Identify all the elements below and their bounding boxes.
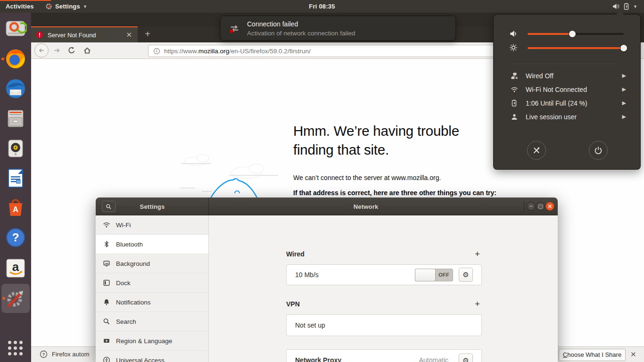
system-settings-button[interactable] (527, 141, 546, 160)
settings-window: Settings Network − ▢ ✕ Wi-Fi Bluetooth B… (96, 197, 558, 362)
menu-item-wired[interactable]: Wired Off ▶ (494, 69, 641, 82)
dock-item-files[interactable] (4, 107, 27, 130)
dock-item-thunderbird[interactable] (4, 77, 27, 100)
system-menu: Wired Off ▶ Wi-Fi Not Connected ▶ 1:06 U… (493, 14, 641, 170)
dock-item-settings-active[interactable] (1, 284, 30, 313)
submenu-arrow-icon: ▶ (622, 114, 626, 120)
settings-page-title: Network (209, 197, 523, 215)
menu-item-wifi[interactable]: Wi-Fi Not Connected ▶ (494, 82, 641, 96)
dock-item-rhythmbox[interactable] (4, 137, 27, 160)
activities-button[interactable]: Activities (6, 0, 34, 13)
dock-item-settings[interactable] (4, 287, 27, 310)
dock-item-libreoffice-writer[interactable] (4, 167, 27, 189)
brightness-icon (509, 43, 518, 52)
settings-sidebar: Wi-Fi Bluetooth Background Dock Notifica… (96, 215, 209, 362)
svg-text:a: a (12, 260, 19, 274)
sidebar-item-universal-access[interactable]: Universal Access (96, 351, 209, 362)
maximize-button[interactable]: ▢ (536, 202, 545, 211)
titlebar-separator (524, 201, 524, 212)
home-button[interactable] (83, 46, 91, 55)
top-bar: Activities Settings ▼ Fri 08:35 ▼ (0, 0, 644, 13)
submenu-arrow-icon: ▶ (622, 86, 626, 92)
tab-close-icon[interactable]: ✕ (126, 31, 132, 39)
power-button[interactable] (589, 141, 608, 160)
volume-slider[interactable] (528, 33, 624, 35)
settings-app-title: Settings (96, 197, 209, 215)
home-icon (83, 46, 91, 55)
battery-charging-icon (623, 3, 630, 10)
wired-speed: 10 Mb/s (295, 271, 319, 279)
gear-icon: ⚙ (462, 271, 469, 279)
sidebar-item-search[interactable]: Search (96, 312, 209, 331)
wired-settings-button[interactable]: ⚙ (459, 268, 473, 282)
help-icon[interactable]: ? (40, 350, 48, 358)
toggle-handle[interactable] (415, 269, 436, 281)
firefox-icon (4, 48, 27, 70)
brightness-slider[interactable] (528, 47, 624, 49)
menu-item-user[interactable]: Live session user ▶ (494, 110, 641, 123)
choose-what-i-share-button[interactable]: Choose What I Share (559, 349, 626, 361)
notification-bar-close-icon[interactable]: ✕ (630, 350, 636, 359)
tab-server-not-found[interactable]: Server Not Found ✕ (31, 26, 138, 42)
help-icon: ? (4, 226, 27, 249)
dock-item-amazon[interactable]: a (4, 257, 27, 280)
region-language-icon (103, 337, 110, 345)
sidebar-item-background[interactable]: Background (96, 254, 209, 273)
wired-off-icon (511, 72, 518, 80)
bluetooth-icon (103, 240, 110, 248)
minimize-button[interactable]: − (527, 202, 536, 211)
settings-icon (4, 287, 27, 310)
proxy-settings-button[interactable]: ⚙ (459, 354, 473, 362)
libreoffice-writer-icon (4, 167, 27, 189)
sidebar-item-dock[interactable]: Dock (96, 273, 209, 293)
volume-fill (528, 33, 572, 35)
wifi-icon (103, 221, 110, 229)
add-vpn-button[interactable]: + (475, 299, 480, 309)
show-applications-button[interactable] (7, 340, 24, 357)
url-domain: mozilla.org (198, 48, 229, 55)
menu-divider (514, 64, 619, 64)
clock[interactable]: Fri 08:35 (0, 0, 644, 13)
forward-button[interactable] (53, 46, 61, 55)
sidebar-item-wifi[interactable]: Wi-Fi (96, 215, 209, 235)
close-button[interactable]: ✕ (545, 202, 554, 211)
volume-handle[interactable] (569, 30, 576, 38)
network-panel: Wired + 10 Mb/s OFF ⚙ VPN + Not set up N… (209, 215, 558, 362)
dock-item-firefox[interactable] (4, 48, 27, 70)
notification-title: Connection failed (247, 20, 298, 28)
network-proxy-card[interactable]: Network Proxy Automatic ⚙ (286, 349, 482, 362)
settings-titlebar[interactable]: Settings Network − ▢ ✕ (96, 197, 558, 215)
system-indicators[interactable]: ▼ (612, 0, 637, 13)
add-wired-button[interactable]: + (475, 249, 480, 259)
site-info-icon[interactable] (153, 48, 160, 55)
error-heading: Hmm. We’re having trouble finding that s… (293, 122, 501, 159)
sidebar-item-region-language[interactable]: Region & Language (96, 331, 209, 351)
settings-app-icon (45, 3, 52, 10)
tab-title: Server Not Found (48, 32, 96, 39)
submenu-arrow-icon: ▶ (622, 100, 626, 106)
volume-icon (509, 29, 518, 38)
wired-toggle[interactable]: OFF (415, 269, 453, 281)
vpn-section-header: VPN + (286, 300, 482, 309)
sidebar-item-bluetooth[interactable]: Bluetooth (96, 235, 209, 254)
dock-item-install-ubuntu[interactable] (4, 17, 27, 40)
user-icon (511, 113, 518, 121)
notification-toast[interactable]: Connection failed Activation of network … (220, 16, 456, 41)
notification-bar-text: Firefox autom (52, 351, 89, 358)
wired-card[interactable]: 10 Mb/s OFF ⚙ (286, 264, 482, 285)
back-button[interactable] (34, 43, 49, 58)
vpn-card[interactable]: Not set up (286, 314, 482, 336)
sidebar-item-notifications[interactable]: Notifications (96, 293, 209, 312)
svg-text:A: A (13, 206, 18, 214)
reload-button[interactable] (67, 46, 76, 55)
universal-access-icon (103, 356, 110, 362)
brightness-handle[interactable] (620, 44, 627, 52)
tab-error-icon (36, 31, 43, 39)
new-tab-button[interactable]: + (140, 26, 156, 42)
dock-item-help[interactable]: ? (4, 226, 27, 249)
menu-item-battery[interactable]: 1:06 Until Full (24 %) ▶ (494, 96, 641, 110)
dock-item-ubuntu-software[interactable]: A (4, 196, 27, 219)
background-icon (103, 260, 110, 267)
app-menu-button[interactable]: Settings ▼ (45, 0, 87, 13)
back-icon (38, 47, 45, 54)
